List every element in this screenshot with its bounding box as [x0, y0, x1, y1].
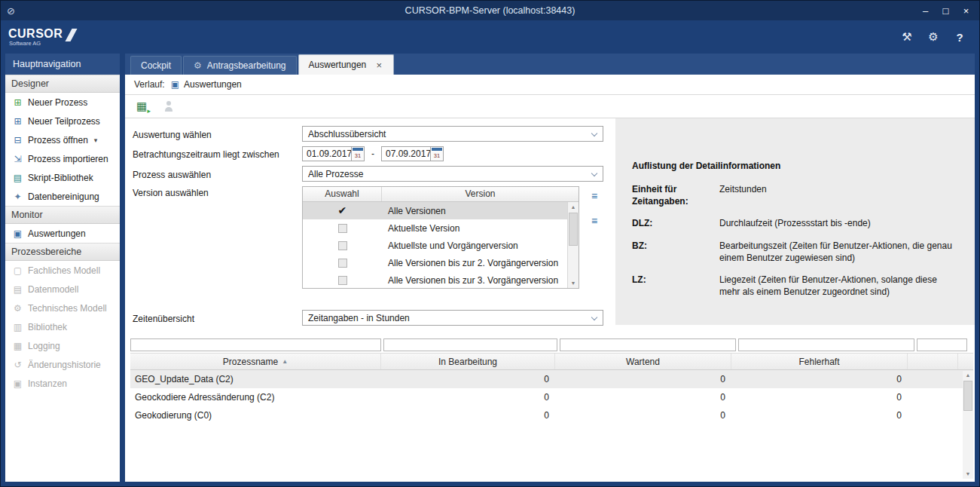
sidebar-item-auswertungen[interactable]: ▣ Auswertungen: [5, 224, 120, 243]
wrench-icon[interactable]: ⚒: [899, 30, 914, 44]
checkbox[interactable]: [338, 276, 347, 285]
close-button[interactable]: ×: [956, 4, 976, 18]
version-list-menu-icon[interactable]: ≡: [591, 215, 597, 227]
date-to-input[interactable]: [381, 146, 431, 161]
date-separator: -: [371, 149, 374, 159]
calendar-icon[interactable]: 31: [431, 146, 444, 161]
filter-input-prozessname[interactable]: [130, 338, 381, 351]
filter-input-in-bearbeitung[interactable]: [383, 338, 557, 351]
table-row[interactable]: GEO_Update_Data (C2) 0 0 0: [130, 370, 973, 388]
evaluation-form-area: Auswertung wählen Abschlussübersicht Bet…: [125, 118, 975, 328]
maximize-button[interactable]: □: [936, 4, 956, 18]
technical-model-icon: ⚙: [12, 303, 23, 314]
verlauf-label: Verlauf:: [134, 79, 165, 90]
library-icon: ▥: [12, 322, 23, 332]
filter-input-wartend[interactable]: [560, 338, 736, 351]
prozess-select[interactable]: Alle Prozesse: [302, 166, 603, 182]
column-header-extra: [908, 354, 958, 369]
chevron-down-icon: [591, 314, 597, 320]
tab-cockpit[interactable]: Cockpit: [130, 56, 182, 75]
sidebar-item-datenbereinigung[interactable]: ✦ Datenbereinigung: [5, 187, 120, 206]
monitor-icon: ▣: [171, 79, 179, 90]
checkbox[interactable]: [338, 207, 347, 216]
sidebar-item-neuer-prozess[interactable]: ⊞ Neuer Prozess: [5, 93, 120, 112]
checkbox[interactable]: [338, 224, 347, 233]
minimize-button[interactable]: –: [915, 4, 936, 18]
logging-icon: ▦: [12, 341, 23, 351]
process-new-icon: ⊞: [12, 97, 23, 108]
scroll-down-icon[interactable]: ▼: [568, 278, 579, 288]
sidebar: Hauptnavigation Designer ⊞ Neuer Prozess…: [5, 54, 120, 482]
logo-flourish: [66, 29, 78, 41]
sidebar-item-aenderungshistorie: ↺ Änderungshistorie: [5, 355, 120, 374]
sort-asc-icon: ▲: [282, 358, 288, 365]
filter-input-extra[interactable]: [917, 338, 967, 351]
column-header-prozessname[interactable]: Prozessname ▲: [130, 354, 381, 369]
column-header-in-bearbeitung[interactable]: In Bearbeitung: [381, 354, 555, 369]
data-model-icon: ▤: [12, 284, 23, 295]
sidebar-item-bibliothek: ▥ Bibliothek: [5, 317, 120, 336]
zeitraum-label: Betrachtungszeitraum liegt zwischen: [133, 148, 302, 160]
scroll-down-icon[interactable]: ▼: [963, 470, 973, 479]
sidebar-item-fachliches-modell: ▢ Fachliches Modell: [5, 261, 120, 280]
checkbox[interactable]: [338, 259, 347, 268]
column-header-wartend[interactable]: Wartend: [555, 354, 731, 369]
gear-icon[interactable]: ⚙: [926, 30, 941, 44]
tab-antragsbearbeitung[interactable]: ⚙ Antragsbearbeitung: [183, 56, 297, 75]
column-header-fehlerhaft[interactable]: Fehlerhaft: [731, 354, 908, 369]
help-icon[interactable]: ?: [952, 31, 967, 44]
auswertung-select[interactable]: Abschlussübersicht: [302, 126, 603, 142]
zeiten-select[interactable]: Zeitangaben - in Stunden: [302, 310, 603, 326]
version-row[interactable]: Alle Versionen bis zur 3. Vorgängerversi…: [303, 271, 567, 289]
toolbar: ▦ ▸: [125, 95, 975, 118]
detail-desc: Bearbeitungszeit (Zeiten für Benutzer-Ak…: [719, 240, 954, 264]
breadcrumb-item-auswertungen[interactable]: ▣ Auswertungen: [171, 79, 242, 90]
logo-subtitle: Software AG: [9, 40, 63, 47]
tab-bar: Cockpit ⚙ Antragsbearbeitung Auswertunge…: [125, 54, 975, 75]
scroll-up-icon[interactable]: ▲: [963, 371, 973, 380]
version-list-options-icon[interactable]: ≡: [591, 190, 597, 202]
run-evaluation-button[interactable]: ▦ ▸: [133, 97, 151, 115]
sidebar-section-designer: Designer: [5, 75, 120, 93]
version-row[interactable]: Aktuellste Version: [303, 219, 567, 237]
sidebar-item-technisches-modell: ⚙ Technisches Modell: [5, 299, 120, 317]
detail-term: LZ:: [632, 274, 719, 298]
header-band: CURSOR Software AG ⚒ ⚙ ?: [1, 20, 979, 54]
detail-info-panel: Auflistung der Detailinformationen Einhe…: [615, 118, 975, 325]
business-model-icon: ▢: [12, 265, 23, 276]
version-scrollbar[interactable]: ▲ ▼: [567, 202, 579, 288]
version-row[interactable]: Alle Versionen: [303, 202, 567, 219]
calendar-icon[interactable]: 31: [352, 146, 365, 161]
version-row[interactable]: Alle Versionen bis zur 2. Vorgängerversi…: [303, 254, 567, 271]
prozess-label: Prozess auswählen: [133, 168, 302, 180]
table-row[interactable]: Geokodierung (C0) 0 0 0: [130, 406, 973, 424]
checkbox[interactable]: [338, 241, 347, 250]
chevron-down-icon: [591, 170, 597, 176]
results-header: Prozessname ▲ In Bearbeitung Wartend Feh…: [130, 353, 973, 370]
process-import-icon: ⇲: [12, 154, 23, 164]
scrollbar-thumb[interactable]: [963, 381, 972, 411]
version-row[interactable]: Aktuellste und Vorgängerversion: [303, 237, 567, 254]
results-table: Prozessname ▲ In Bearbeitung Wartend Feh…: [125, 328, 975, 482]
sidebar-item-logging: ▦ Logging: [5, 336, 120, 355]
tab-close-icon[interactable]: ×: [374, 60, 383, 71]
version-table-header: Auswahl Version: [303, 187, 579, 202]
titlebar: ⊘ CURSOR-BPM-Server (localhost:38443) – …: [1, 1, 979, 20]
scroll-up-icon[interactable]: ▲: [568, 202, 579, 212]
chevron-down-icon: [591, 130, 597, 136]
detail-panel-title: Auflistung der Detailinformationen: [632, 161, 954, 171]
filter-input-fehlerhaft[interactable]: [738, 338, 914, 351]
sidebar-item-prozess-oeffnen[interactable]: ⊟ Prozess öffnen ▾: [5, 130, 120, 149]
sidebar-item-neuer-teilprozess[interactable]: ⊞ Neuer Teilprozess: [5, 112, 120, 130]
table-row[interactable]: Geockodiere Adressänderung (C2) 0 0 0: [130, 388, 973, 406]
tab-auswertungen[interactable]: Auswertungen ×: [298, 54, 395, 75]
results-scrollbar[interactable]: ▲ ▼: [963, 371, 973, 479]
chevron-down-icon: ▾: [94, 136, 98, 144]
sidebar-item-skript-bibliothek[interactable]: ▤ Skript-Bibliothek: [5, 168, 120, 187]
instances-icon: ▣: [12, 378, 23, 389]
monitor-icon: ▣: [12, 228, 23, 239]
instance-details-button: [160, 97, 178, 115]
date-from-input[interactable]: [302, 146, 352, 161]
scrollbar-thumb[interactable]: [569, 213, 578, 246]
sidebar-item-prozess-importieren[interactable]: ⇲ Prozess importieren: [5, 149, 120, 168]
